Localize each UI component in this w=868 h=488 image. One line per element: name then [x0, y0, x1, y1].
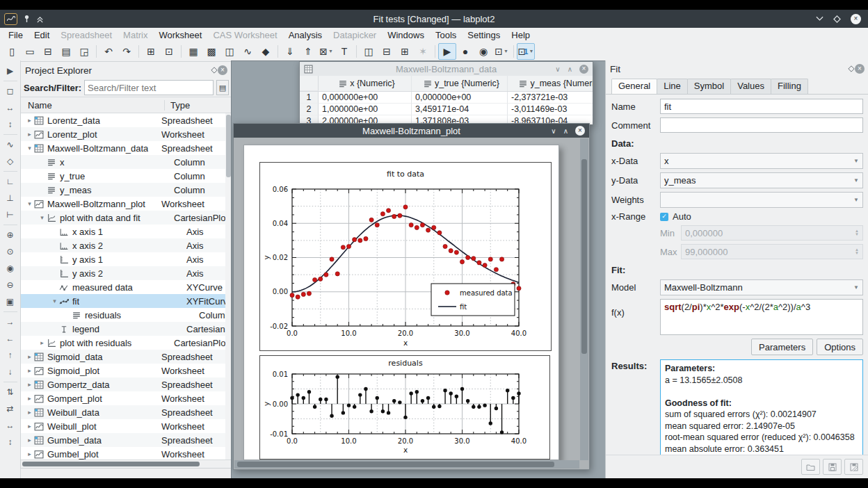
- move-up-button[interactable]: ↑: [3, 348, 18, 363]
- move-right-button[interactable]: →: [3, 314, 18, 330]
- tree-row-legend[interactable]: legendCartesianPlotL: [21, 322, 232, 336]
- expander-icon[interactable]: ▸: [25, 395, 34, 402]
- open-project-button[interactable]: ▭: [21, 43, 39, 60]
- select-cursor-button[interactable]: ▶: [438, 43, 456, 60]
- zoom-mode-button[interactable]: ⊡▼: [492, 43, 511, 60]
- split-horizontal-button[interactable]: ⊟: [378, 43, 396, 60]
- spreadsheet-cell[interactable]: -2,373721e-03: [508, 92, 593, 104]
- add-axis-y-button[interactable]: ⊢: [3, 207, 18, 222]
- add-text-button[interactable]: T: [335, 43, 353, 60]
- tree-row-lorentz-data[interactable]: ▸Lorentz_dataSpreadsheet: [21, 113, 232, 127]
- spreadsheet-cell[interactable]: 0,000000e+00: [412, 92, 508, 104]
- save-as-function-button[interactable]: [844, 459, 863, 475]
- tab-symbol[interactable]: Symbol: [687, 79, 731, 94]
- move-left-button[interactable]: ←: [3, 331, 18, 346]
- zoom-object-button[interactable]: ⊙: [3, 244, 18, 259]
- auto-checkbox[interactable]: ✓: [660, 213, 668, 221]
- comment-input[interactable]: [660, 117, 863, 133]
- name-input[interactable]: [660, 99, 863, 114]
- worksheet-window-titlebar[interactable]: Maxwell-Boltzmann_plot ∨ ∧ ×: [234, 124, 589, 138]
- tab-line[interactable]: Line: [657, 79, 688, 94]
- redo-button[interactable]: ↷: [118, 43, 136, 60]
- tab-general[interactable]: General: [611, 79, 657, 94]
- expander-icon[interactable]: ▾: [25, 145, 34, 152]
- navigate-mouse-button[interactable]: ●: [456, 43, 474, 60]
- close-icon[interactable]: ×: [851, 14, 861, 24]
- window-close-icon[interactable]: ×: [575, 126, 585, 136]
- pin-icon[interactable]: [23, 15, 31, 23]
- window-shade-icon[interactable]: ∨: [555, 65, 560, 73]
- worksheet-vertical-scrollbar[interactable]: [580, 138, 588, 460]
- spreadsheet-row[interactable]: 21,000000e+003,459171e-04-3,011469e-03: [300, 104, 593, 115]
- expander-icon[interactable]: ▸: [25, 131, 34, 138]
- tab-values[interactable]: Values: [730, 79, 771, 94]
- column-header-3[interactable]: y_meas {Numeric}: [508, 76, 593, 91]
- tree-row-sigmoid-data[interactable]: ▸Sigmoid_dataSpreadsheet: [21, 350, 232, 364]
- close-panel-icon[interactable]: ×: [218, 65, 227, 75]
- expander-icon[interactable]: ▸: [25, 450, 34, 457]
- print-preview-button[interactable]: ◲: [75, 43, 93, 60]
- zoom-region-button[interactable]: ⊕: [3, 227, 18, 243]
- resize-region-button[interactable]: ▣: [3, 294, 18, 309]
- add-shape-button[interactable]: ◇: [3, 154, 18, 169]
- h-handle-button[interactable]: ↔: [3, 100, 18, 115]
- import-data-button[interactable]: ⇓: [281, 43, 299, 60]
- export-data-button[interactable]: ⇑: [299, 43, 317, 60]
- spreadsheet-cell[interactable]: -3,011469e-03: [508, 104, 593, 115]
- expander-icon[interactable]: ▸: [25, 367, 34, 374]
- add-axis-both-button[interactable]: ∟: [3, 174, 18, 189]
- tab-filling[interactable]: Filling: [771, 79, 808, 94]
- fit-plot-canvas[interactable]: 0.010.020.030.040.0-0.020.000.020.040.06…: [259, 162, 552, 351]
- tree-row-gumbel-plot[interactable]: ▸Gumbel_plotWorksheet: [21, 447, 232, 459]
- tree-row-x-axis-2[interactable]: x axis 2Axis: [21, 238, 232, 252]
- expander-icon[interactable]: ▸: [25, 423, 34, 430]
- window-restore-icon[interactable]: ∧: [563, 127, 568, 135]
- v-handle-button[interactable]: ↕: [3, 117, 18, 132]
- spreadsheet-table[interactable]: x {Numeric}y_true {Numeric}y_meas {Numer…: [300, 76, 593, 124]
- close-panel-icon[interactable]: ×: [855, 64, 865, 74]
- expander-icon[interactable]: ▸: [25, 117, 34, 124]
- add-axis-x-button[interactable]: ⊥: [3, 190, 18, 206]
- menu-item-help[interactable]: Help: [506, 30, 536, 40]
- options-button[interactable]: Options: [817, 339, 863, 355]
- window-restore-icon[interactable]: ∧: [568, 65, 572, 73]
- expander-icon[interactable]: ▸: [25, 353, 34, 360]
- menu-item-windows[interactable]: Windows: [382, 30, 430, 40]
- menu-item-file[interactable]: File: [3, 30, 29, 40]
- filter-options-button[interactable]: ▤: [216, 80, 229, 95]
- tree-row-y-axis-1[interactable]: y axis 1Axis: [21, 252, 232, 266]
- expander-icon[interactable]: ▸: [25, 409, 34, 416]
- menu-item-worksheet[interactable]: Worksheet: [153, 30, 207, 40]
- tree-row-weibull-plot[interactable]: ▸Weibull_plotWorksheet: [21, 419, 232, 433]
- plot-region-button[interactable]: ⊡1▼: [517, 43, 535, 60]
- new-datapicker-button[interactable]: ⊡: [160, 43, 178, 60]
- export-image-button[interactable]: ⊠▼: [317, 43, 335, 60]
- expander-icon[interactable]: ▾: [25, 200, 34, 207]
- move-down-button[interactable]: ↓: [3, 364, 18, 380]
- tree-row-lorentz-plot[interactable]: ▸Lorentz_plotWorksheet: [21, 127, 232, 141]
- add-curve-button[interactable]: ∿: [3, 137, 18, 152]
- search-filter-input[interactable]: [84, 80, 214, 95]
- spreadsheet-row[interactable]: 10,000000e+000,000000e+00-2,373721e-03: [300, 92, 593, 104]
- float-panel-icon[interactable]: [211, 67, 218, 74]
- window-close-icon[interactable]: ×: [579, 65, 588, 74]
- row-number[interactable]: 1: [300, 92, 319, 104]
- ydata-combobox[interactable]: y_meas ▼: [660, 172, 863, 188]
- xdata-combobox[interactable]: x ▼: [660, 153, 863, 169]
- select-cursor-button[interactable]: ▶: [3, 63, 18, 79]
- tree-row-plot-with-residuals[interactable]: ▸plot with residualsCartesianPlot: [21, 336, 232, 350]
- maximize-icon[interactable]: [833, 15, 841, 23]
- tree-row-maxwell-boltzmann-data[interactable]: ▾Maxwell-Boltzmann_dataSpreadsheet: [21, 141, 232, 155]
- align-v-button[interactable]: ↕: [3, 434, 18, 450]
- shrink-region-button[interactable]: ⊖: [3, 277, 18, 293]
- tree-row-y-meas[interactable]: y_measColumn: [21, 183, 232, 197]
- print-button[interactable]: ▤: [57, 43, 75, 60]
- model-combobox[interactable]: Maxwell-Boltzmann ▼: [660, 279, 863, 295]
- select-region-button[interactable]: ◻: [3, 83, 18, 99]
- distribute-h-button[interactable]: ⇄: [3, 401, 18, 416]
- corner-cell[interactable]: [300, 76, 319, 91]
- weights-combobox[interactable]: ▼: [660, 192, 863, 208]
- worksheet-horizontal-scrollbar[interactable]: [234, 460, 579, 469]
- tree-horizontal-scrollbar[interactable]: [21, 459, 232, 468]
- align-h-button[interactable]: ↔: [3, 418, 18, 433]
